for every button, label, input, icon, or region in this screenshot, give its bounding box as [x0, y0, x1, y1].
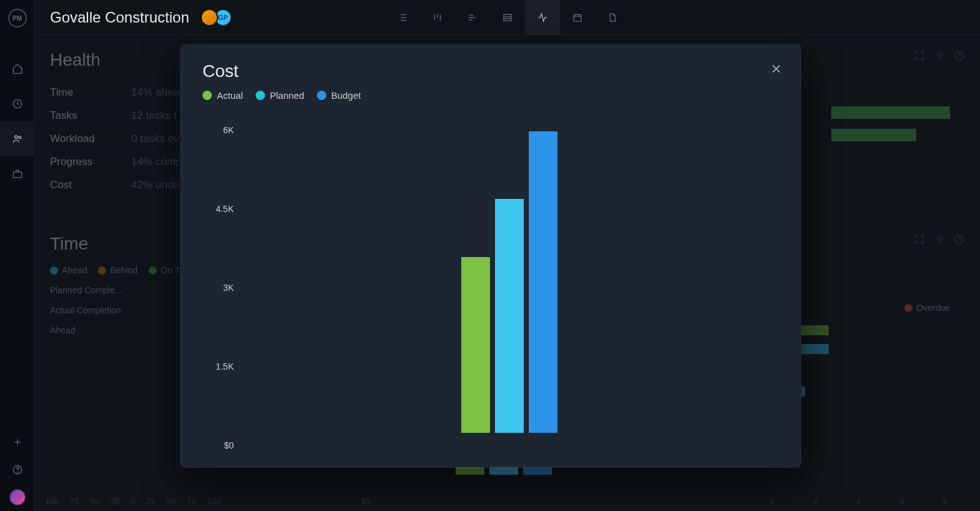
view-table-icon[interactable]: [490, 0, 525, 35]
svg-rect-3: [13, 172, 22, 178]
app-logo[interactable]: PM: [8, 9, 27, 28]
tasks-legend-overdue: Overdue: [916, 303, 950, 313]
gear-icon[interactable]: [934, 50, 945, 61]
help-icon[interactable]: [0, 456, 35, 483]
close-icon[interactable]: [769, 61, 784, 76]
y-tick: 1.5K: [202, 362, 234, 372]
svg-rect-7: [574, 14, 581, 21]
view-switcher: [385, 0, 630, 35]
y-tick: 3K: [202, 283, 234, 293]
top-header: Govalle Construction GP: [35, 0, 980, 35]
legend-label-actual: Actual: [217, 90, 243, 101]
health-value: 14% comp: [131, 156, 181, 168]
chart-area: 6K 4.5K 3K 1.5K $0: [202, 125, 779, 450]
bar-actual: [461, 257, 490, 433]
health-label: Tasks: [50, 109, 131, 122]
y-tick: $0: [202, 440, 234, 450]
cost-axis-bg: $0: [361, 497, 370, 506]
legend-dot-actual: [202, 91, 212, 100]
health-value: 42% unde: [131, 179, 179, 191]
health-value: 14% ahead: [131, 86, 185, 99]
modal-legend: Actual Planned Budget: [202, 90, 779, 101]
user-badge-1[interactable]: [201, 9, 218, 26]
view-calendar-icon[interactable]: [560, 0, 595, 35]
svg-point-2: [18, 136, 21, 139]
nav-people-icon[interactable]: [0, 121, 35, 156]
user-avatar[interactable]: [0, 483, 35, 511]
view-list-icon[interactable]: [385, 0, 420, 35]
time-legend-ontrack: On T: [161, 265, 180, 275]
view-file-icon[interactable]: [595, 0, 630, 35]
svg-point-10: [938, 238, 941, 241]
svg-point-5: [17, 472, 18, 472]
view-timeline-icon[interactable]: [455, 0, 490, 35]
bar-budget: [529, 131, 558, 433]
add-button[interactable]: [0, 428, 35, 456]
cost-modal: Cost Actual Planned Budget 6K 4.5K 3K 1.…: [180, 44, 801, 468]
bg-cost-bars: [456, 467, 552, 475]
view-activity-icon[interactable]: [525, 0, 560, 35]
nav-home-icon[interactable]: [0, 51, 35, 86]
y-tick: 6K: [202, 125, 234, 135]
expand-icon[interactable]: [914, 50, 925, 61]
modal-title: Cost: [202, 61, 779, 81]
help-icon[interactable]: [954, 234, 965, 245]
bars: [461, 131, 558, 433]
time-panel-title: Time: [50, 234, 88, 254]
project-title: Govalle Construction: [50, 9, 189, 26]
task-axis-bg: 02468: [770, 497, 948, 506]
health-panel-title: Health: [50, 50, 101, 70]
svg-point-1: [14, 136, 18, 139]
legend-label-planned: Planned: [270, 90, 304, 101]
y-tick: 4.5K: [202, 204, 234, 214]
gear-icon[interactable]: [934, 234, 945, 245]
svg-point-8: [938, 54, 941, 58]
health-label: Cost: [50, 179, 131, 191]
legend-label-budget: Budget: [331, 90, 361, 101]
user-badges[interactable]: GP: [204, 9, 232, 26]
health-label: Time: [50, 86, 131, 99]
health-value: 12 tasks t: [131, 109, 177, 122]
nav-briefcase-icon[interactable]: [0, 156, 35, 191]
y-axis: 6K 4.5K 3K 1.5K $0: [202, 125, 234, 450]
svg-rect-6: [504, 14, 511, 21]
view-board-icon[interactable]: [420, 0, 455, 35]
expand-icon[interactable]: [914, 234, 925, 245]
nav-clock-icon[interactable]: [0, 86, 35, 121]
legend-dot-planned: [256, 91, 265, 100]
health-label: Workload: [50, 133, 131, 145]
time-axis: 1007550250255075100: [45, 497, 221, 506]
chart-plot: [240, 131, 779, 433]
left-sidebar: PM: [0, 0, 35, 511]
health-value: 0 tasks ov: [131, 133, 179, 145]
health-label: Progress: [50, 156, 131, 168]
legend-dot-budget: [317, 91, 326, 100]
bar-planned: [495, 199, 524, 433]
time-legend-behind: Behind: [110, 265, 138, 275]
time-legend-ahead: Ahead: [62, 265, 87, 275]
help-icon[interactable]: [954, 50, 965, 61]
